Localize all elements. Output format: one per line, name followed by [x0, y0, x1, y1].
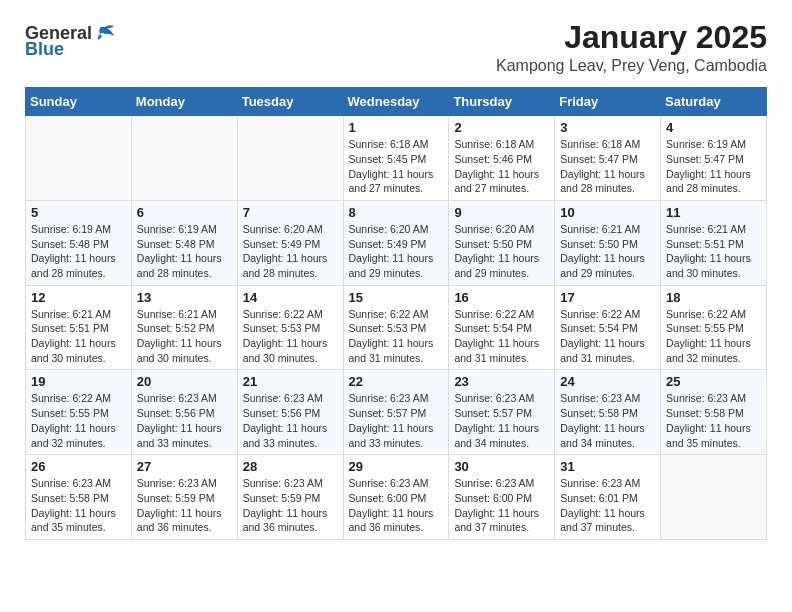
calendar-cell: 19Sunrise: 6:22 AM Sunset: 5:55 PM Dayli…	[26, 370, 132, 455]
calendar-cell: 17Sunrise: 6:22 AM Sunset: 5:54 PM Dayli…	[555, 285, 661, 370]
calendar-cell: 16Sunrise: 6:22 AM Sunset: 5:54 PM Dayli…	[449, 285, 555, 370]
calendar-cell: 8Sunrise: 6:20 AM Sunset: 5:49 PM Daylig…	[343, 200, 449, 285]
calendar-cell: 13Sunrise: 6:21 AM Sunset: 5:52 PM Dayli…	[131, 285, 237, 370]
calendar-cell: 10Sunrise: 6:21 AM Sunset: 5:50 PM Dayli…	[555, 200, 661, 285]
day-number: 7	[243, 205, 338, 220]
day-number: 10	[560, 205, 655, 220]
day-info: Sunrise: 6:22 AM Sunset: 5:54 PM Dayligh…	[454, 307, 549, 366]
calendar-cell: 20Sunrise: 6:23 AM Sunset: 5:56 PM Dayli…	[131, 370, 237, 455]
day-info: Sunrise: 6:21 AM Sunset: 5:50 PM Dayligh…	[560, 222, 655, 281]
day-info: Sunrise: 6:20 AM Sunset: 5:49 PM Dayligh…	[243, 222, 338, 281]
location-subtitle: Kampong Leav, Prey Veng, Cambodia	[496, 57, 767, 75]
day-info: Sunrise: 6:22 AM Sunset: 5:55 PM Dayligh…	[31, 391, 126, 450]
weekday-header-saturday: Saturday	[661, 88, 767, 116]
day-info: Sunrise: 6:20 AM Sunset: 5:49 PM Dayligh…	[349, 222, 444, 281]
day-info: Sunrise: 6:23 AM Sunset: 6:00 PM Dayligh…	[454, 476, 549, 535]
calendar-table: SundayMondayTuesdayWednesdayThursdayFrid…	[25, 87, 767, 540]
day-info: Sunrise: 6:23 AM Sunset: 5:57 PM Dayligh…	[454, 391, 549, 450]
day-info: Sunrise: 6:23 AM Sunset: 5:58 PM Dayligh…	[560, 391, 655, 450]
day-info: Sunrise: 6:21 AM Sunset: 5:52 PM Dayligh…	[137, 307, 232, 366]
day-number: 19	[31, 374, 126, 389]
weekday-header-row: SundayMondayTuesdayWednesdayThursdayFrid…	[26, 88, 767, 116]
day-number: 15	[349, 290, 444, 305]
calendar-cell: 7Sunrise: 6:20 AM Sunset: 5:49 PM Daylig…	[237, 200, 343, 285]
day-info: Sunrise: 6:21 AM Sunset: 5:51 PM Dayligh…	[31, 307, 126, 366]
weekday-header-wednesday: Wednesday	[343, 88, 449, 116]
calendar-cell: 25Sunrise: 6:23 AM Sunset: 5:58 PM Dayli…	[661, 370, 767, 455]
calendar-cell: 24Sunrise: 6:23 AM Sunset: 5:58 PM Dayli…	[555, 370, 661, 455]
calendar-cell: 9Sunrise: 6:20 AM Sunset: 5:50 PM Daylig…	[449, 200, 555, 285]
calendar-cell	[131, 116, 237, 201]
calendar-cell: 5Sunrise: 6:19 AM Sunset: 5:48 PM Daylig…	[26, 200, 132, 285]
day-number: 5	[31, 205, 126, 220]
calendar-cell: 2Sunrise: 6:18 AM Sunset: 5:46 PM Daylig…	[449, 116, 555, 201]
day-number: 17	[560, 290, 655, 305]
day-info: Sunrise: 6:18 AM Sunset: 5:47 PM Dayligh…	[560, 137, 655, 196]
calendar-cell: 11Sunrise: 6:21 AM Sunset: 5:51 PM Dayli…	[661, 200, 767, 285]
day-number: 27	[137, 459, 232, 474]
day-info: Sunrise: 6:23 AM Sunset: 5:58 PM Dayligh…	[31, 476, 126, 535]
day-info: Sunrise: 6:22 AM Sunset: 5:53 PM Dayligh…	[243, 307, 338, 366]
day-number: 1	[349, 120, 444, 135]
day-info: Sunrise: 6:21 AM Sunset: 5:51 PM Dayligh…	[666, 222, 761, 281]
day-info: Sunrise: 6:23 AM Sunset: 5:59 PM Dayligh…	[137, 476, 232, 535]
day-number: 18	[666, 290, 761, 305]
day-info: Sunrise: 6:20 AM Sunset: 5:50 PM Dayligh…	[454, 222, 549, 281]
logo-bird-icon	[94, 24, 116, 42]
calendar-cell: 28Sunrise: 6:23 AM Sunset: 5:59 PM Dayli…	[237, 455, 343, 540]
calendar-cell: 29Sunrise: 6:23 AM Sunset: 6:00 PM Dayli…	[343, 455, 449, 540]
day-info: Sunrise: 6:22 AM Sunset: 5:55 PM Dayligh…	[666, 307, 761, 366]
weekday-header-monday: Monday	[131, 88, 237, 116]
day-number: 6	[137, 205, 232, 220]
day-number: 22	[349, 374, 444, 389]
calendar-cell: 15Sunrise: 6:22 AM Sunset: 5:53 PM Dayli…	[343, 285, 449, 370]
day-info: Sunrise: 6:18 AM Sunset: 5:46 PM Dayligh…	[454, 137, 549, 196]
calendar-cell: 14Sunrise: 6:22 AM Sunset: 5:53 PM Dayli…	[237, 285, 343, 370]
calendar-cell: 30Sunrise: 6:23 AM Sunset: 6:00 PM Dayli…	[449, 455, 555, 540]
logo: General Blue	[25, 24, 116, 58]
day-number: 9	[454, 205, 549, 220]
calendar-cell: 21Sunrise: 6:23 AM Sunset: 5:56 PM Dayli…	[237, 370, 343, 455]
calendar-cell: 26Sunrise: 6:23 AM Sunset: 5:58 PM Dayli…	[26, 455, 132, 540]
page: General Blue January 2025 Kampong Leav, …	[0, 0, 792, 560]
day-number: 12	[31, 290, 126, 305]
day-number: 31	[560, 459, 655, 474]
calendar-cell	[237, 116, 343, 201]
weekday-header-friday: Friday	[555, 88, 661, 116]
day-info: Sunrise: 6:18 AM Sunset: 5:45 PM Dayligh…	[349, 137, 444, 196]
title-area: January 2025 Kampong Leav, Prey Veng, Ca…	[496, 20, 767, 75]
day-number: 23	[454, 374, 549, 389]
day-info: Sunrise: 6:23 AM Sunset: 5:57 PM Dayligh…	[349, 391, 444, 450]
day-info: Sunrise: 6:23 AM Sunset: 6:00 PM Dayligh…	[349, 476, 444, 535]
calendar-cell: 6Sunrise: 6:19 AM Sunset: 5:48 PM Daylig…	[131, 200, 237, 285]
calendar-cell: 12Sunrise: 6:21 AM Sunset: 5:51 PM Dayli…	[26, 285, 132, 370]
weekday-header-thursday: Thursday	[449, 88, 555, 116]
weekday-header-tuesday: Tuesday	[237, 88, 343, 116]
calendar-cell: 31Sunrise: 6:23 AM Sunset: 6:01 PM Dayli…	[555, 455, 661, 540]
day-info: Sunrise: 6:23 AM Sunset: 5:56 PM Dayligh…	[137, 391, 232, 450]
day-info: Sunrise: 6:19 AM Sunset: 5:48 PM Dayligh…	[137, 222, 232, 281]
header: General Blue January 2025 Kampong Leav, …	[25, 20, 767, 75]
calendar-cell	[26, 116, 132, 201]
day-info: Sunrise: 6:23 AM Sunset: 5:59 PM Dayligh…	[243, 476, 338, 535]
day-number: 24	[560, 374, 655, 389]
logo-blue: Blue	[25, 40, 64, 58]
day-info: Sunrise: 6:23 AM Sunset: 6:01 PM Dayligh…	[560, 476, 655, 535]
calendar-week-2: 5Sunrise: 6:19 AM Sunset: 5:48 PM Daylig…	[26, 200, 767, 285]
day-number: 21	[243, 374, 338, 389]
day-info: Sunrise: 6:23 AM Sunset: 5:56 PM Dayligh…	[243, 391, 338, 450]
day-number: 8	[349, 205, 444, 220]
day-number: 14	[243, 290, 338, 305]
calendar-week-1: 1Sunrise: 6:18 AM Sunset: 5:45 PM Daylig…	[26, 116, 767, 201]
day-number: 2	[454, 120, 549, 135]
day-number: 3	[560, 120, 655, 135]
page-title: January 2025	[496, 20, 767, 55]
day-info: Sunrise: 6:19 AM Sunset: 5:47 PM Dayligh…	[666, 137, 761, 196]
day-number: 25	[666, 374, 761, 389]
calendar-cell: 1Sunrise: 6:18 AM Sunset: 5:45 PM Daylig…	[343, 116, 449, 201]
day-info: Sunrise: 6:22 AM Sunset: 5:54 PM Dayligh…	[560, 307, 655, 366]
day-number: 16	[454, 290, 549, 305]
day-info: Sunrise: 6:19 AM Sunset: 5:48 PM Dayligh…	[31, 222, 126, 281]
calendar-cell: 3Sunrise: 6:18 AM Sunset: 5:47 PM Daylig…	[555, 116, 661, 201]
calendar-week-5: 26Sunrise: 6:23 AM Sunset: 5:58 PM Dayli…	[26, 455, 767, 540]
